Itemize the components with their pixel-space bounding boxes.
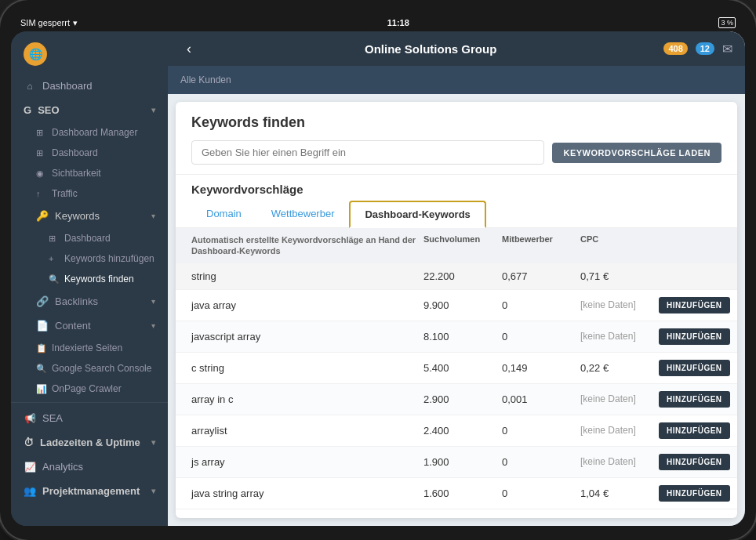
cell-cpc: [keine Daten] [580,456,659,467]
ladezeiten-icon: ⏱ [24,437,34,448]
time: 11:18 [387,18,409,27]
dashboard-seo-icon: ⊞ [36,148,47,158]
cell-mitbewerber: 0 [502,425,580,437]
cell-keyword: string [191,270,423,282]
tab-domain[interactable]: Domain [191,201,256,228]
sidebar-item-dashboard-seo[interactable]: ⊞ Dashboard [11,143,168,163]
sidebar-item-sea[interactable]: 📢 SEA [11,406,168,430]
cell-action: HINZUFÜGEN [659,391,721,408]
mail-icon[interactable]: ✉ [722,42,732,56]
sidebar-item-sichtbarkeit[interactable]: ◉ Sichtbarkeit [11,163,168,183]
cell-suchvolumen: 2.900 [423,393,502,405]
add-keyword-button[interactable]: HINZUFÜGEN [659,360,730,376]
table-row: javascript array 8.100 0 [keine Daten] H… [176,321,737,353]
content-label: Content [55,320,91,332]
cell-action: HINZUFÜGEN [659,297,721,313]
cell-mitbewerber: 0,001 [502,393,580,405]
cell-mitbewerber: 0 [502,456,580,468]
sidebar-item-google-search[interactable]: 🔍 Google Search Console [11,358,168,379]
load-suggestions-button[interactable]: KEYWORDVORSCHLÄGE LADEN [552,143,721,163]
add-keyword-button[interactable]: HINZUFÜGEN [659,485,730,502]
sidebar-item-onpage-crawler[interactable]: 📊 OnPage Crawler [11,379,168,399]
ladezeiten-label: Ladezeiten & Uptime [40,437,140,448]
projekt-label: Projektmanagement [42,485,140,497]
cell-mitbewerber: 0 [502,299,580,311]
sidebar-item-traffic[interactable]: ↑ Traffic [11,183,168,204]
sidebar-item-analytics[interactable]: 📈 Analytics [11,455,168,479]
sidebar-item-keywords-dashboard[interactable]: ⊞ Dashboard [11,228,168,248]
add-keyword-button[interactable]: HINZUFÜGEN [659,297,730,313]
sidebar-dashboard-label: Dashboard [42,80,93,92]
keywords-chevron: ▾ [151,212,155,220]
col-mitbewerber-header: Mitbewerber [502,234,580,257]
back-button[interactable]: ‹ [180,38,198,60]
cell-keyword: array in c [191,393,423,405]
add-keyword-button[interactable]: HINZUFÜGEN [659,391,730,408]
backlinks-label: Backlinks [55,295,98,307]
battery: 3 % [718,17,736,28]
dashboard-manager-icon: ⊞ [36,128,47,138]
table-row: array in c 2.900 0,001 [keine Daten] HIN… [176,384,737,415]
backlinks-chevron: ▾ [151,297,155,306]
home-icon: ⌂ [24,81,36,92]
cell-action: HINZUFÜGEN [659,454,721,470]
keyword-search-input[interactable] [191,140,544,165]
white-card: Keywords finden KEYWORDVORSCHLÄGE LADEN … [176,102,737,518]
add-keyword-button[interactable]: HINZUFÜGEN [659,454,730,470]
top-bar-right: 408 12 ✉ [663,42,732,56]
sub-bar: Alle Kunden [168,66,745,94]
tab-wettbewerber[interactable]: Wettbewerber [256,201,350,228]
cell-suchvolumen: 1.600 [423,487,502,499]
sidebar-item-dashboard-manager[interactable]: ⊞ Dashboard Manager [11,122,168,143]
ladezeiten-chevron: ▾ [151,438,155,447]
cell-suchvolumen: 1.900 [423,456,502,468]
cell-suchvolumen: 5.400 [423,362,502,374]
sidebar-item-backlinks[interactable]: 🔗 Backlinks ▾ [11,289,168,313]
table-row: js array 1.900 0 [keine Daten] HINZUFÜGE… [176,447,737,478]
traffic-icon: ↑ [36,189,47,198]
seo-label: SEO [38,104,59,116]
add-keyword-button[interactable]: HINZUFÜGEN [659,328,730,345]
crawler-icon: 📊 [36,384,47,394]
sidebar-item-indexierte-seiten[interactable]: 📋 Indexierte Seiten [11,338,168,358]
cell-action: HINZUFÜGEN [659,328,721,345]
card-title: Keywords finden [191,114,721,131]
cell-cpc: 0,22 € [580,362,659,374]
table-row: java array 9.900 0 [keine Daten] HINZUFÜ… [176,290,737,321]
analytics-icon: 📈 [24,462,36,473]
sidebar-item-content[interactable]: 📄 Content ▾ [11,313,168,338]
kw-find-label: Keywords finden [64,274,134,284]
notification-badge-2[interactable]: 12 [696,42,714,55]
indexierte-icon: 📋 [36,343,47,353]
sidebar-item-ladezeiten[interactable]: ⏱ Ladezeiten & Uptime ▾ [11,430,168,455]
sidebar-item-projektmanagement[interactable]: 👥 Projektmanagement ▾ [11,479,168,503]
content-icon: 📄 [36,320,49,332]
cell-keyword: java array [191,299,423,311]
sidebar-traffic-label: Traffic [52,188,78,199]
kw-dashboard-icon: ⊞ [49,234,60,244]
sidebar-item-dashboard[interactable]: ⌂ Dashboard [11,74,168,98]
cell-mitbewerber: 0 [502,331,580,342]
keywords-label: Keywords [55,210,100,222]
cell-action: HINZUFÜGEN [659,485,721,502]
notification-badge-1[interactable]: 408 [663,42,687,55]
sidebar-dashboard-manager-label: Dashboard Manager [52,127,137,138]
content-panel: Keywords finden KEYWORDVORSCHLÄGE LADEN … [168,94,745,526]
sidebar-item-keywords-hinzufuegen[interactable]: + Keywords hinzufügen [11,248,168,269]
sub-nav-link[interactable]: Alle Kunden [180,74,231,85]
top-bar: ‹ Online Solutions Group 408 12 ✉ [168,31,745,66]
cell-cpc: 1,04 € [580,487,659,499]
sidebar-item-seo[interactable]: G SEO ▾ [11,98,168,122]
sidebar-item-keywords[interactable]: 🔑 Keywords ▾ [11,204,168,228]
cell-cpc: [keine Daten] [580,299,659,310]
sidebar-sichtbarkeit-label: Sichtbarkeit [52,168,101,179]
table-header: Automatisch erstellte Keywordvorschläge … [176,228,737,263]
add-keyword-button[interactable]: HINZUFÜGEN [659,422,730,439]
indexierte-label: Indexierte Seiten [52,342,122,353]
section-subtitle: Keywordvorschläge [176,175,737,201]
tab-dashboard-keywords[interactable]: Dashboard-Keywords [349,201,485,228]
sidebar-item-keywords-finden[interactable]: 🔍 Keywords finden [11,269,168,289]
sea-label: SEA [42,412,63,424]
cell-action: HINZUFÜGEN [659,422,721,439]
sidebar: 🌐 ⌂ Dashboard G SEO ▾ ⊞ Dashboard Manage… [11,31,168,526]
